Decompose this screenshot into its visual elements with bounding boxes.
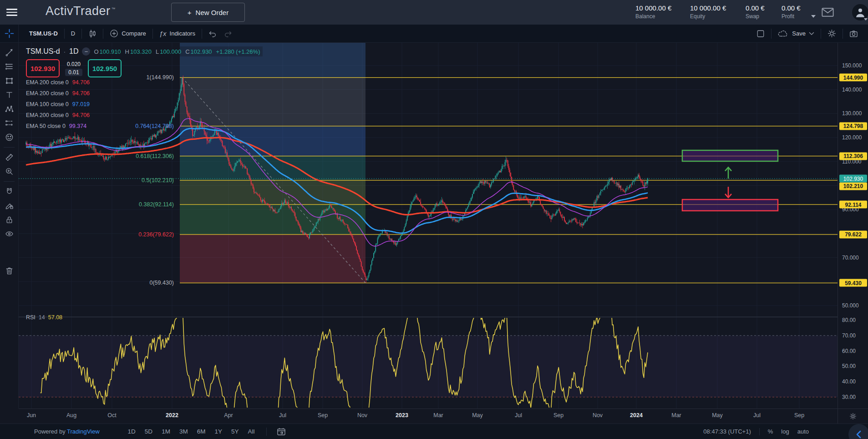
fib-price-badge: 79.622 [839,230,867,238]
sell-button[interactable]: 102.930 [26,59,60,77]
compare-button[interactable]: Compare [103,29,152,38]
range-all[interactable]: All [248,428,254,435]
time-label: Jul [753,412,761,419]
delete-drawings-trash-icon[interactable] [0,264,18,278]
interval-button[interactable]: D [65,30,81,37]
menu-icon[interactable] [6,9,17,16]
range-5y[interactable]: 5Y [231,428,239,435]
time-label: Nov [593,412,603,419]
time-label: Oct [107,412,116,419]
time-label: Sep [794,412,804,419]
price-axis[interactable]: 150.000140.000130.000120.000110.00090.00… [838,43,868,408]
fib-price-badge: 92.114 [839,201,867,209]
indicator-legend-ema[interactable]: EMA 100 close 097.019 [26,101,90,107]
fib-price-badge: 144.990 [839,74,867,82]
drawing-lock-tool-icon[interactable] [0,199,18,213]
lock-all-tool-icon[interactable] [0,213,18,227]
layout-select-icon[interactable] [750,30,771,38]
fib-price-badge: 59.430 [839,279,867,287]
series-legend[interactable]: TSM.US-d · 1D − O100.910 H103.320 L100.0… [26,46,263,56]
undo-button[interactable] [202,30,223,37]
price-label: 150.000 [842,62,862,69]
time-label: Jun [27,412,36,419]
range-1y[interactable]: 1Y [214,428,222,435]
profit-stat: 0.00 €Profit [782,4,801,20]
zoom-in-tool-icon[interactable] [0,164,18,179]
save-button[interactable]: Save [772,30,821,37]
indicator-legend-ema[interactable]: EMA 200 close 094.706 [26,90,90,97]
time-label: Sep [318,412,328,419]
time-label: Mar [671,412,681,419]
toolbar-divider [4,181,15,182]
forecast-tool-icon[interactable] [0,116,18,130]
range-6m[interactable]: 6M [197,428,206,435]
chart-style-icon[interactable] [82,29,103,38]
text-tool-icon[interactable] [0,88,18,102]
rectangle-tool-icon[interactable] [0,74,18,88]
rsi-label: 40.00 [842,378,856,385]
indicator-legend-ema[interactable]: EMA 200 close 094.706 [26,79,90,86]
spread-panel: 0.020 0.01 [63,61,85,76]
time-label: Mar [433,412,443,419]
tradingview-link[interactable]: TradingView [67,428,100,435]
indicator-legend-rsi[interactable]: RSI 14 57.08 [26,314,62,321]
price-label: 140.000 [842,87,862,93]
fib-retracement-tool-icon[interactable] [0,60,18,74]
go-to-date-icon[interactable] [266,428,286,436]
percent-scale-button[interactable]: % [768,428,773,435]
emoji-tool-icon[interactable] [0,130,18,144]
pattern-tool-icon[interactable] [0,102,18,116]
stats-dropdown-caret-icon[interactable] [811,15,816,18]
screenshot-camera-icon[interactable] [843,30,864,38]
equity-stat: 10 000.00 €Equity [690,4,726,20]
collapse-legend-button[interactable]: − [82,47,90,56]
avatar-dropdown-caret-icon[interactable] [864,18,868,20]
price-label: 50.000 [842,302,859,309]
buy-button[interactable]: 102.950 [88,59,122,77]
top-bar: ActivTrader™ +New Order 10 000.00 €Balan… [0,0,868,25]
change-value: +1.280 (+1.26%) [216,48,260,55]
range-1m[interactable]: 1M [162,428,170,435]
new-order-button[interactable]: +New Order [171,3,245,22]
toolbar-right: Save [750,25,868,42]
powered-by: Powered by TradingView [34,428,100,435]
measure-tool-icon[interactable] [0,150,18,164]
swap-stat: 0.00 €Swap [746,4,765,20]
pip-size: 0.01 [65,69,82,76]
range-3m[interactable]: 3M [179,428,188,435]
rsi-label: 70.00 [842,332,856,339]
fib-price-badge: 102.210 [839,182,867,190]
indicator-legend-ema[interactable]: EMA 200 close 094.706 [26,112,90,118]
settings-gear-icon[interactable] [821,29,843,38]
compare-plus-icon [110,29,118,38]
rsi-label: 30.00 [842,394,856,400]
indicator-legend-ema[interactable]: EMA 50 close 099.374 [26,123,86,129]
range-buttons: 1D 5D 1M 3M 6M 1Y 5Y All [128,428,255,435]
chart-canvas[interactable] [19,43,838,408]
time-label: 2024 [630,412,643,419]
indicators-button[interactable]: ƒx Indicators [153,30,202,37]
crosshair-tool-icon[interactable] [0,25,19,42]
time-label: Nov [357,412,367,419]
redo-button[interactable] [223,30,239,37]
plus-icon: + [188,9,192,16]
price-label: 130.000 [842,110,862,117]
time-label: 2023 [396,412,408,419]
range-1d[interactable]: 1D [128,428,136,435]
axis-settings-gear-icon[interactable] [838,408,868,424]
drawing-toolbar [0,43,19,408]
divider [759,428,760,435]
clock-readout[interactable]: 08:47:33 (UTC+1) [703,428,751,435]
log-scale-button[interactable]: log [781,428,789,435]
range-5d[interactable]: 5D [145,428,152,435]
time-axis[interactable]: JunAugOct2022AprJulSepNov2023MarMayJulSe… [19,408,838,424]
hide-drawings-eye-icon[interactable] [0,227,18,241]
time-label: May [712,412,723,419]
symbol-button[interactable]: TSM.US-D [19,30,64,37]
series-interval: 1D [69,47,78,56]
mail-icon[interactable] [822,7,834,19]
trend-line-tool-icon[interactable] [0,46,18,60]
app-logo: ActivTrader™ [46,4,116,18]
magnet-tool-icon[interactable] [0,184,18,199]
auto-scale-button[interactable]: auto [797,428,809,435]
